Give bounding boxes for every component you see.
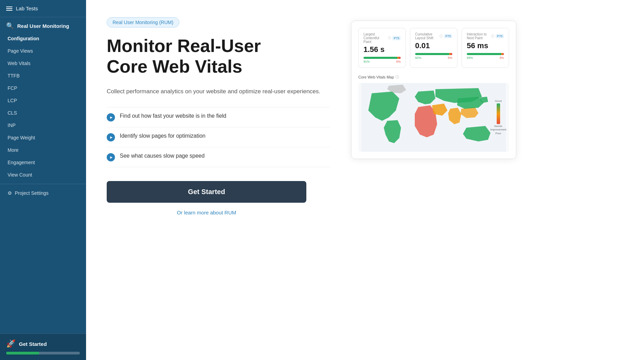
metric-p75-1: P75 — [444, 34, 452, 38]
progress-bar-background — [6, 352, 80, 354]
sidebar-item-inp[interactable]: INP — [0, 119, 86, 131]
sidebar-item-cls[interactable]: CLS — [0, 107, 86, 119]
sidebar-item-web-vitals[interactable]: Web Vitals — [0, 57, 86, 70]
search-icon: 🔍 — [6, 22, 14, 30]
metric-card-1: Cumulative Layout Shift ⓘ P75 0.01 92% 5… — [410, 28, 457, 68]
feature-icon-2 — [107, 153, 115, 161]
metric-bar-2 — [467, 53, 504, 55]
sidebar-item-ttfb[interactable]: TTFB — [0, 70, 86, 82]
sidebar-item-more[interactable]: More — [0, 144, 86, 156]
info-icon-0: ⓘ — [388, 36, 391, 40]
feature-item-2: See what causes slow page speed — [107, 147, 330, 167]
main-content-area: Real User Monitoring (RUM) Monitor Real-… — [86, 0, 644, 360]
sidebar-item-page-views[interactable]: Page Views — [0, 45, 86, 57]
sidebar-title: Lab Tests — [16, 6, 38, 11]
feature-text-0: Find out how fast your website is in the… — [120, 113, 226, 119]
feature-text-1: Identify slow pages for optimization — [120, 133, 205, 139]
bar-labels-1: 92% 5% — [415, 56, 452, 60]
sidebar-section-rum: 🔍 Real User Monitoring — [0, 17, 86, 32]
metric-value-2: 56 ms — [467, 41, 504, 50]
metrics-row: Largest Contentful Paint ⓘ P75 1.56 s 91… — [358, 28, 509, 68]
bar-labels-2: 93% 3% — [467, 56, 504, 60]
feature-list: Find out how fast your website is in the… — [107, 107, 330, 167]
sidebar: Lab Tests 🔍 Real User Monitoring Configu… — [0, 0, 86, 360]
legend-color-bar — [497, 103, 500, 124]
sidebar-item-configuration[interactable]: Configuration — [0, 32, 86, 45]
metric-label-2: Interaction to Next Paint ⓘ P75 — [467, 32, 504, 40]
title-line2: Core Web Vitals — [107, 56, 242, 76]
bar-label-green-1: 92% — [415, 56, 421, 60]
bar-label-red-1: 5% — [448, 56, 452, 60]
bar-labels-0: 91% 5% — [363, 60, 401, 63]
menu-icon[interactable] — [6, 7, 12, 11]
right-panel: Largest Contentful Paint ⓘ P75 1.56 s 91… — [351, 17, 516, 215]
progress-bar-fill — [6, 352, 39, 354]
info-icon-2: ⓘ — [491, 34, 494, 39]
sidebar-section-label: Real User Monitoring — [17, 23, 69, 29]
feature-text-2: See what causes slow page speed — [120, 153, 204, 159]
bar-label-red-0: 5% — [396, 60, 401, 63]
sidebar-item-project-settings[interactable]: ⚙ Project Settings — [0, 187, 86, 199]
title-line1: Monitor Real-User — [107, 36, 261, 56]
sidebar-header[interactable]: Lab Tests — [0, 0, 86, 17]
info-icon-1: ⓘ — [440, 34, 443, 39]
sidebar-item-view-count[interactable]: View Count — [0, 169, 86, 181]
legend-poor-label: Poor — [495, 132, 501, 135]
metric-bar-0 — [363, 57, 401, 59]
page-main-title: Monitor Real-User Core Web Vitals — [107, 36, 330, 77]
sidebar-item-page-weight[interactable]: Page Weight — [0, 131, 86, 144]
bar-label-green-0: 91% — [363, 60, 370, 63]
map-title: Core Web Vitals Map ⓘ — [358, 75, 509, 80]
sidebar-nav: ConfigurationPage ViewsWeb VitalsTTFBFCP… — [0, 32, 86, 181]
feature-icon-0 — [107, 113, 115, 121]
bar-label-green-2: 93% — [467, 56, 473, 60]
learn-more-link[interactable]: Or learn more about RUM — [107, 210, 306, 215]
metric-card-2: Interaction to Next Paint ⓘ P75 56 ms 93… — [462, 28, 509, 68]
rocket-icon: 🚀 — [6, 339, 15, 348]
project-settings-label: Project Settings — [15, 190, 49, 196]
map-section: Core Web Vitals Map ⓘ — [358, 75, 509, 152]
metric-p75-2: P75 — [496, 34, 504, 38]
left-panel: Real User Monitoring (RUM) Monitor Real-… — [107, 17, 330, 215]
metric-label-0: Largest Contentful Paint ⓘ P75 — [363, 32, 401, 44]
get-started-button[interactable]: Get Started — [107, 181, 306, 203]
rum-badge: Real User Monitoring (RUM) — [107, 17, 179, 28]
get-started-footer-label: Get Started — [19, 341, 47, 347]
get-started-footer[interactable]: 🚀 Get Started — [6, 339, 80, 348]
main-content: Real User Monitoring (RUM) Monitor Real-… — [86, 0, 637, 233]
gear-icon: ⚙ — [8, 190, 12, 196]
metric-value-0: 1.56 s — [363, 45, 401, 54]
map-title-text: Core Web Vitals Map — [358, 75, 394, 79]
metric-label-1: Cumulative Layout Shift ⓘ P75 — [415, 32, 452, 40]
metric-card-0: Largest Contentful Paint ⓘ P75 1.56 s 91… — [358, 28, 406, 68]
sidebar-item-lcp[interactable]: LCP — [0, 94, 86, 107]
metric-p75-0: P75 — [392, 36, 401, 40]
dashboard-preview-card: Largest Contentful Paint ⓘ P75 1.56 s 91… — [351, 21, 516, 159]
sidebar-item-fcp[interactable]: FCP — [0, 82, 86, 94]
metric-bar-1 — [415, 53, 452, 55]
metric-value-1: 0.01 — [415, 41, 452, 50]
world-map-svg — [358, 83, 509, 152]
sidebar-footer: 🚀 Get Started — [0, 333, 86, 360]
sidebar-item-engagement[interactable]: Engagement — [0, 156, 86, 169]
main-description: Collect performance analytics on your we… — [107, 87, 330, 96]
info-icon: ⓘ — [395, 75, 399, 80]
feature-item-1: Identify slow pages for optimization — [107, 127, 330, 147]
feature-icon-1 — [107, 133, 115, 141]
bar-label-red-2: 3% — [499, 56, 504, 60]
legend-good-label: Good — [495, 99, 502, 103]
feature-item-0: Find out how fast your website is in the… — [107, 107, 330, 127]
map-legend: Good NeedsImprovement Poor — [490, 99, 506, 135]
world-map-container: Good NeedsImprovement Poor — [358, 83, 509, 152]
legend-needs-improvement-label: NeedsImprovement — [490, 125, 506, 131]
